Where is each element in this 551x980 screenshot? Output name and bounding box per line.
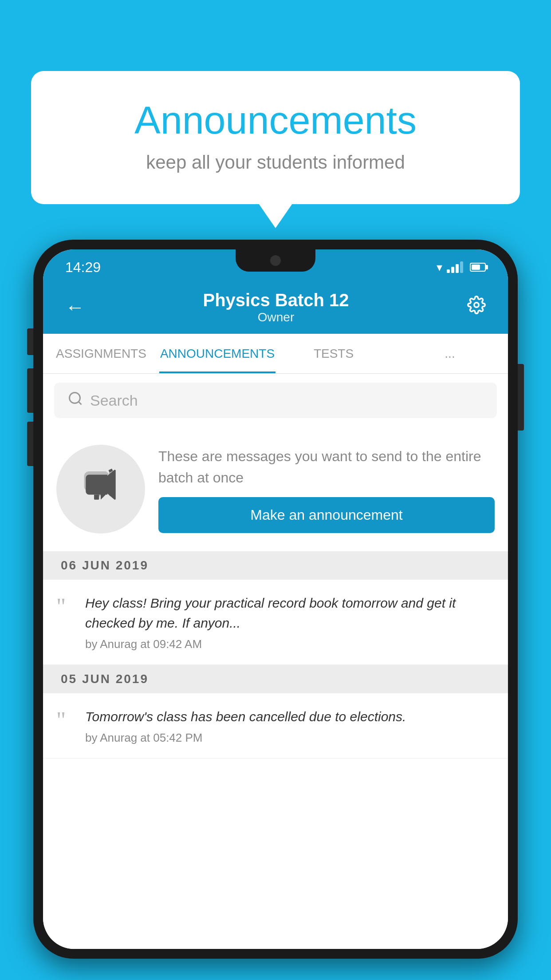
side-button-power bbox=[518, 364, 524, 431]
search-bar[interactable]: Search bbox=[54, 383, 497, 418]
battery-fill bbox=[472, 265, 480, 270]
wifi-icon: ▾ bbox=[437, 261, 442, 274]
phone-screen: 14:29 ▾ bbox=[43, 249, 508, 949]
announcement-item-1[interactable]: " Hey class! Bring your practical record… bbox=[43, 580, 508, 665]
side-button-mute bbox=[27, 328, 33, 355]
back-button[interactable]: ← bbox=[61, 292, 89, 323]
app-bar-title-section: Physics Batch 12 Owner bbox=[98, 290, 454, 324]
signal-bar-3 bbox=[456, 264, 459, 273]
search-placeholder: Search bbox=[90, 392, 138, 409]
speech-bubble-title: Announcements bbox=[67, 98, 484, 143]
app-bar-subtitle: Owner bbox=[98, 310, 454, 324]
speech-bubble-subtitle: keep all your students informed bbox=[67, 152, 484, 173]
svg-line-2 bbox=[79, 401, 82, 404]
announcement-promo: These are messages you want to send to t… bbox=[43, 427, 508, 551]
phone-notch bbox=[236, 249, 315, 272]
announcement-message-2: Tomorrow's class has been cancelled due … bbox=[85, 707, 495, 727]
svg-line-5 bbox=[110, 478, 114, 479]
announcement-author-2: by Anurag at 05:42 PM bbox=[85, 731, 495, 745]
announcement-author-1: by Anurag at 09:42 AM bbox=[85, 637, 495, 651]
screen-content: Search bbox=[43, 374, 508, 949]
tab-announcements[interactable]: ANNOUNCEMENTS bbox=[159, 334, 276, 373]
quote-icon-1: " bbox=[56, 593, 74, 651]
date-separator-1: 06 JUN 2019 bbox=[43, 551, 508, 580]
tab-tests[interactable]: TESTS bbox=[276, 334, 392, 373]
svg-line-4 bbox=[110, 474, 114, 474]
status-time: 14:29 bbox=[65, 259, 101, 276]
announcement-item-2[interactable]: " Tomorrow's class has been cancelled du… bbox=[43, 693, 508, 759]
tab-bar: ASSIGNMENTS ANNOUNCEMENTS TESTS ... bbox=[43, 334, 508, 374]
phone-mockup: 14:29 ▾ bbox=[33, 240, 518, 980]
quote-icon-2: " bbox=[56, 707, 74, 745]
make-announcement-button[interactable]: Make an announcement bbox=[158, 497, 495, 533]
announcement-content-1: Hey class! Bring your practical record b… bbox=[85, 593, 495, 651]
announcement-content-2: Tomorrow's class has been cancelled due … bbox=[85, 707, 495, 745]
speech-bubble: Announcements keep all your students inf… bbox=[31, 71, 520, 204]
svg-point-1 bbox=[70, 392, 80, 403]
status-icons: ▾ bbox=[437, 261, 486, 274]
promo-right: These are messages you want to send to t… bbox=[158, 446, 495, 533]
side-button-volume-up bbox=[27, 368, 33, 413]
settings-button[interactable] bbox=[463, 291, 490, 323]
app-bar-title: Physics Batch 12 bbox=[98, 290, 454, 310]
tab-assignments[interactable]: ASSIGNMENTS bbox=[43, 334, 159, 373]
speech-bubble-section: Announcements keep all your students inf… bbox=[31, 71, 520, 204]
megaphone-circle bbox=[56, 445, 145, 533]
announcement-message-1: Hey class! Bring your practical record b… bbox=[85, 593, 495, 633]
svg-point-0 bbox=[474, 303, 479, 308]
signal-bars bbox=[447, 261, 463, 273]
promo-description: These are messages you want to send to t… bbox=[158, 446, 495, 488]
search-bar-container: Search bbox=[43, 374, 508, 427]
tab-more[interactable]: ... bbox=[392, 334, 508, 373]
app-bar: ← Physics Batch 12 Owner bbox=[43, 281, 508, 334]
signal-bar-1 bbox=[447, 269, 450, 273]
signal-bar-4 bbox=[460, 261, 463, 273]
date-separator-2: 05 JUN 2019 bbox=[43, 665, 508, 693]
phone-frame: 14:29 ▾ bbox=[33, 240, 518, 959]
side-button-volume-down bbox=[27, 422, 33, 466]
megaphone-icon bbox=[81, 465, 121, 514]
battery-icon bbox=[470, 263, 486, 272]
signal-bar-2 bbox=[451, 267, 454, 273]
front-camera bbox=[270, 255, 281, 266]
svg-line-3 bbox=[109, 470, 113, 471]
search-icon bbox=[67, 391, 83, 411]
